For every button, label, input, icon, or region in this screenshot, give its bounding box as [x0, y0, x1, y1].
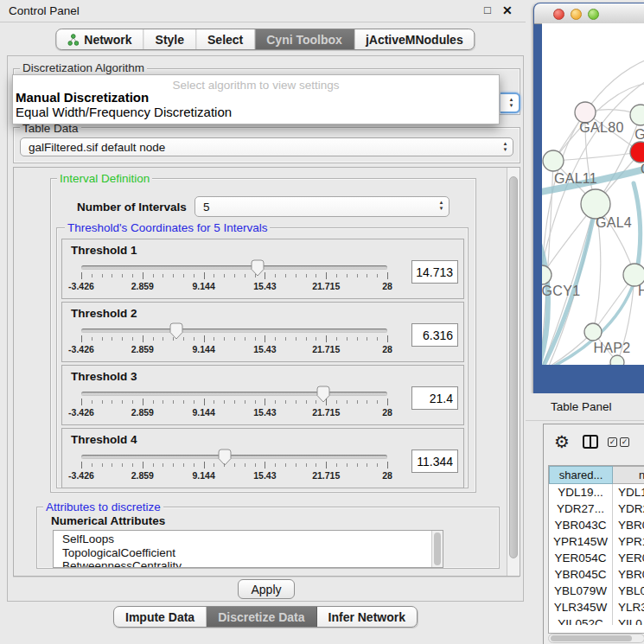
tab-impute-data[interactable]: Impute Data [114, 607, 207, 627]
tick-label: 28 [382, 344, 392, 354]
attribute-item-topologicalcoefficient[interactable]: TopologicalCoefficient [54, 546, 443, 560]
network-node-selected[interactable] [630, 142, 644, 163]
tick-label: 2.859 [131, 281, 154, 291]
tick-label: -3.426 [68, 470, 94, 481]
tab-label: Impute Data [125, 610, 194, 624]
node-label: HAP2 [594, 341, 631, 356]
scrollbar-thumb[interactable] [434, 532, 441, 565]
checkbox-icon[interactable]: ✓ [620, 437, 629, 447]
tab-discretize-data[interactable]: Discretize Data [207, 607, 316, 627]
slider-track[interactable] [81, 328, 387, 333]
table-row[interactable]: YBR043CYBR0 [549, 517, 644, 533]
slider-track[interactable] [81, 265, 387, 270]
popup-option-equal-width-frequency-discretization[interactable]: Equal Width/Frequency Discretization [13, 105, 499, 119]
close-traffic-light[interactable] [553, 9, 564, 20]
node-label: GAL4 [596, 215, 632, 231]
slider-track[interactable] [81, 392, 387, 396]
threshold-slider[interactable]: -3.4262.8599.14415.4321.71528 [81, 322, 387, 361]
tab-jactivemnodules[interactable]: jActiveMNodules [354, 29, 475, 49]
tick-label: 21.715 [312, 470, 340, 481]
table-panel: ⚙ ✓ ✓ shared... na YDL19...YDL1YDR27...Y… [543, 424, 644, 644]
table-row[interactable]: YDR27...YDR2 [549, 501, 644, 517]
tab-select[interactable]: Select [196, 29, 255, 49]
panel-vertical-scrollbar[interactable] [507, 168, 520, 576]
tab-cyni-toolbox[interactable]: Cyni Toolbox [255, 29, 354, 49]
checkbox-icon[interactable]: ✓ [608, 437, 617, 447]
table-row[interactable]: YBR045CYBR0 [549, 566, 644, 583]
network-canvas[interactable]: GAL80GACGAL11GAL4GCY1HHAP2 [542, 23, 644, 365]
network-window-titlebar[interactable] [534, 3, 644, 24]
network-node[interactable] [543, 150, 564, 171]
threshold-value-field[interactable] [411, 450, 458, 473]
gear-icon[interactable]: ⚙ [554, 431, 570, 452]
column-header[interactable]: na [613, 466, 644, 484]
apply-button[interactable]: Apply [238, 579, 294, 599]
table-cell: YBR0 [613, 566, 644, 583]
tick-label: -3.426 [68, 407, 94, 418]
network-node[interactable] [630, 105, 644, 125]
table-cell: YBR045C [549, 566, 613, 583]
table-horizontal-scrollbar[interactable] [548, 634, 644, 643]
float-icon[interactable]: □ [484, 3, 491, 16]
discretization-algorithm-legend: Discretization Algorithm [20, 61, 147, 74]
close-icon[interactable]: ✕ [502, 3, 513, 17]
table-row[interactable]: YPR145WYPR1 [549, 533, 644, 550]
number-of-intervals-combobox[interactable]: 5 ▲▼ [194, 196, 450, 217]
slider-tick-labels: -3.4262.8599.14415.4321.71528 [81, 407, 387, 418]
tab-network[interactable]: Network [56, 29, 143, 49]
popup-option-manual-discretization[interactable]: Manual Discretization [13, 90, 499, 105]
threshold-panel: Threshold 1 -3.4262.8599.14415.4321.7152… [61, 239, 464, 299]
apply-row: Apply [13, 577, 520, 601]
node-label: C [641, 162, 644, 177]
table-cell: YDL1 [613, 484, 644, 501]
threshold-slider[interactable]: -3.4262.8599.14415.4321.71528 [81, 258, 387, 298]
threshold-label: Threshold 4 [71, 433, 137, 446]
threshold-slider[interactable]: -3.4262.8599.14415.4321.71528 [81, 385, 387, 424]
zoom-traffic-light[interactable] [588, 9, 599, 20]
threshold-value-field[interactable] [411, 260, 458, 284]
algorithm-dropdown-popup: Select algorithm to view settingsManual … [12, 74, 500, 124]
table-row[interactable]: YIL052CYIL0 [549, 615, 644, 625]
threshold-value-field[interactable] [411, 386, 458, 410]
tick-label: 28 [382, 281, 392, 291]
tab-infer-network[interactable]: Infer Network [317, 607, 417, 627]
network-node[interactable] [610, 355, 624, 365]
numerical-attributes-list[interactable]: SelfLoopsTopologicalCoefficientBetweenne… [53, 530, 443, 568]
columns-icon[interactable] [583, 435, 598, 449]
interval-definition-group: Number of Intervals 5 ▲▼ Threshold 1 -3.… [50, 178, 476, 493]
table-row[interactable]: YBL079WYBL0 [549, 583, 644, 599]
threshold-value-field[interactable] [411, 323, 458, 347]
minimize-traffic-light[interactable] [571, 9, 582, 20]
slider-ticks [81, 272, 388, 280]
algorithm-combobox[interactable]: ▲▼ [501, 92, 520, 113]
network-graph [542, 23, 644, 365]
table-data-combobox[interactable]: galFiltered.sif default node ▲▼ [20, 137, 513, 156]
tab-label: Style [156, 33, 184, 47]
tick-label: 28 [382, 470, 392, 481]
table-cell: YBR043C [549, 517, 613, 533]
slider-tick-labels: -3.4262.8599.14415.4321.71528 [81, 344, 387, 354]
slider-track[interactable] [81, 455, 387, 459]
threshold-slider[interactable]: -3.4262.8599.14415.4321.71528 [81, 448, 387, 488]
slider-tick-labels: -3.4262.8599.14415.4321.71528 [81, 470, 387, 481]
column-header[interactable]: shared... [549, 466, 613, 484]
tab-label: Network [84, 33, 131, 47]
attribute-item-selfloops[interactable]: SelfLoops [54, 531, 443, 546]
scrollbar-thumb[interactable] [509, 176, 518, 558]
scrollbar-thumb[interactable] [551, 635, 632, 641]
table-row[interactable]: YER054CYER0 [549, 550, 644, 566]
network-node[interactable] [581, 189, 610, 219]
attribute-item-betweennesscentrality[interactable]: BetweennessCentrality [54, 559, 443, 568]
table-row[interactable]: YDL19...YDL1 [549, 484, 644, 501]
table-cell: YLR345W [549, 599, 613, 615]
network-node[interactable] [584, 323, 602, 341]
network-node[interactable] [542, 265, 552, 284]
tab-label: Select [207, 33, 243, 47]
list-vertical-scrollbar[interactable] [431, 531, 443, 567]
table-cell: YPR145W [549, 533, 613, 550]
tab-style[interactable]: Style [144, 29, 196, 49]
tab-label: Infer Network [328, 610, 405, 624]
slider-ticks [81, 335, 388, 343]
table-row[interactable]: YLR345WYLR3 [549, 599, 644, 615]
attributes-group: Numerical Attributes SelfLoopsTopologica… [36, 507, 500, 569]
